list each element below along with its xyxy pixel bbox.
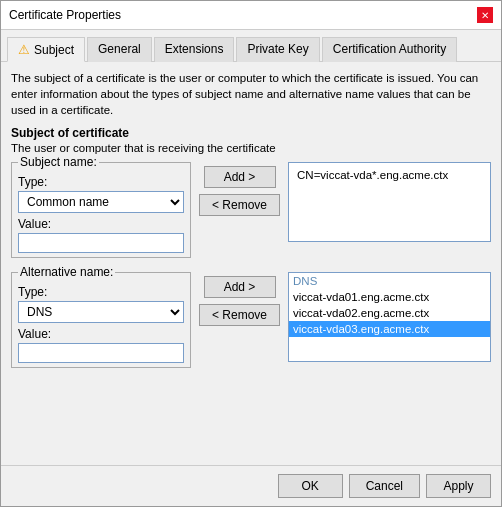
alt-name-group-label: Alternative name: [18,265,115,279]
warning-icon: ⚠ [18,42,30,57]
subject-value-label: Value: [18,217,184,231]
tab-extensions[interactable]: Extensions [154,37,235,62]
subject-name-group-label: Subject name: [18,155,99,169]
tab-subject[interactable]: ⚠ Subject [7,37,85,62]
subject-type-select[interactable]: Common name Organization Organizational … [18,191,184,213]
subject-value-input[interactable] [18,233,184,253]
cancel-button[interactable]: Cancel [349,474,420,498]
subject-add-button[interactable]: Add > [204,166,276,188]
list-item[interactable]: viccat-vda01.eng.acme.ctx [289,289,490,305]
alt-value-label: Value: [18,327,184,341]
apply-button[interactable]: Apply [426,474,491,498]
subject-name-section: Subject name: Type: Common name Organiza… [11,162,191,264]
subject-name-groupbox: Subject name: Type: Common name Organiza… [11,162,191,258]
tab-cert-authority[interactable]: Certification Authority [322,37,457,62]
alt-name-section: Alternative name: Type: DNS IP Email UPN… [11,272,191,374]
subject-action-buttons: Add > < Remove [199,162,280,264]
alt-value-input[interactable] [18,343,184,363]
title-bar: Certificate Properties ✕ [1,1,501,30]
certificate-properties-dialog: Certificate Properties ✕ ⚠ Subject Gener… [0,0,502,507]
tab-content: The subject of a certificate is the user… [1,62,501,465]
subject-type-label: Type: [18,175,184,189]
subject-remove-button[interactable]: < Remove [199,194,280,216]
tabs-bar: ⚠ Subject General Extensions Private Key… [1,30,501,62]
subject-cert-sublabel: The user or computer that is receiving t… [11,142,491,154]
tab-subject-label: Subject [34,43,74,57]
subject-cert-label: Subject of certificate [11,126,491,140]
alt-name-display: DNS viccat-vda01.eng.acme.ctx viccat-vda… [288,272,491,374]
alt-list-header: DNS [289,273,490,289]
subject-name-display: CN=viccat-vda*.eng.acme.ctx [288,162,491,264]
alt-remove-button[interactable]: < Remove [199,304,280,326]
tab-private-key[interactable]: Private Key [236,37,319,62]
list-item[interactable]: viccat-vda03.eng.acme.ctx [289,321,490,337]
description-text: The subject of a certificate is the user… [11,70,491,118]
alt-type-select[interactable]: DNS IP Email UPN [18,301,184,323]
subject-name-list: CN=viccat-vda*.eng.acme.ctx [288,162,491,242]
alt-type-label: Type: [18,285,184,299]
alt-name-groupbox: Alternative name: Type: DNS IP Email UPN… [11,272,191,368]
list-item[interactable]: viccat-vda02.eng.acme.ctx [289,305,490,321]
alt-action-buttons: Add > < Remove [199,272,280,374]
ok-button[interactable]: OK [278,474,343,498]
tab-general[interactable]: General [87,37,152,62]
close-button[interactable]: ✕ [477,7,493,23]
cn-value: CN=viccat-vda*.eng.acme.ctx [293,167,486,183]
alt-name-list: DNS viccat-vda01.eng.acme.ctx viccat-vda… [288,272,491,362]
bottom-button-bar: OK Cancel Apply [1,465,501,506]
alt-add-button[interactable]: Add > [204,276,276,298]
dialog-title: Certificate Properties [9,8,121,22]
